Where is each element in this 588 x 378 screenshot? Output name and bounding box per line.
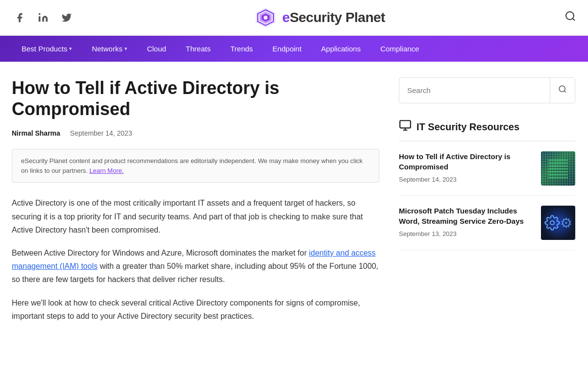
sidebar-section-title: IT Security Resources	[416, 121, 519, 133]
main-content: How to Tell if Active Directory is Compr…	[0, 62, 588, 348]
resource-thumbnail	[541, 151, 575, 186]
paragraph-1: Active Directory is one of the most crit…	[12, 196, 379, 236]
sidebar: IT Security Resources How to Tell if Act…	[399, 62, 575, 348]
logo-text: eSecurity Planet	[282, 10, 385, 25]
sidebar-section-header: IT Security Resources	[399, 119, 575, 142]
nav-item-applications[interactable]: Applications	[311, 36, 370, 62]
thumbnail-image	[541, 206, 575, 240]
resource-title[interactable]: Microsoft Patch Tuesday Includes Word, S…	[399, 206, 534, 226]
article-meta: Nirmal Sharma September 14, 2023	[12, 129, 379, 137]
main-nav: Best Products ▾ Networks ▾ Cloud Threats…	[0, 36, 588, 62]
thumbnail-pattern	[541, 151, 575, 186]
facebook-icon[interactable]	[12, 10, 27, 25]
article-title: How to Tell if Active Directory is Compr…	[12, 77, 379, 119]
disclaimer-link[interactable]: Learn More.	[89, 167, 123, 174]
nav-item-endpoint[interactable]: Endpoint	[263, 36, 311, 62]
svg-point-5	[264, 16, 268, 20]
resource-title[interactable]: How to Tell if Active Directory is Compr…	[399, 151, 534, 172]
twitter-icon[interactable]	[59, 10, 74, 25]
iam-link[interactable]: identity and access management (IAM) too…	[12, 249, 376, 270]
resource-thumbnail	[541, 206, 575, 240]
nav-item-compliance[interactable]: Compliance	[370, 36, 429, 62]
resource-date: September 13, 2023	[399, 230, 534, 237]
article-author: Nirmal Sharma	[12, 129, 60, 137]
linkedin-icon[interactable]	[35, 10, 51, 25]
chevron-down-icon: ▾	[69, 46, 72, 52]
resource-item: How to Tell if Active Directory is Compr…	[399, 151, 575, 196]
disclaimer-box: eSecurity Planet content and product rec…	[12, 149, 379, 183]
nav-item-threats[interactable]: Threats	[176, 36, 220, 62]
svg-point-9	[550, 221, 554, 225]
resource-content: How to Tell if Active Directory is Compr…	[399, 151, 534, 186]
paragraph-3: Here we'll look at how to check several …	[12, 296, 379, 323]
resource-date: September 14, 2023	[399, 176, 534, 183]
nav-item-best-products[interactable]: Best Products ▾	[12, 36, 82, 62]
search-button[interactable]	[550, 78, 575, 103]
svg-point-0	[39, 13, 41, 15]
monitor-icon	[399, 119, 412, 135]
article-body: Active Directory is one of the most crit…	[12, 196, 379, 323]
site-header: eSecurity Planet	[0, 0, 588, 36]
search-icon[interactable]	[564, 10, 576, 25]
article: How to Tell if Active Directory is Compr…	[12, 62, 379, 348]
site-logo[interactable]: eSecurity Planet	[254, 6, 385, 29]
svg-point-6	[566, 12, 574, 20]
nav-item-networks[interactable]: Networks ▾	[82, 36, 137, 62]
svg-point-7	[559, 86, 565, 92]
search-box	[399, 77, 575, 103]
chevron-down-icon: ▾	[124, 46, 127, 52]
resource-item: Microsoft Patch Tuesday Includes Word, S…	[399, 206, 575, 250]
gear-icon	[544, 215, 560, 231]
paragraph-2: Between Active Directory for Windows and…	[12, 246, 379, 286]
resource-content: Microsoft Patch Tuesday Includes Word, S…	[399, 206, 534, 240]
article-date: September 14, 2023	[70, 129, 132, 137]
thumbnail-image	[541, 151, 575, 186]
social-links	[12, 10, 74, 25]
nav-item-trends[interactable]: Trends	[220, 36, 263, 62]
disclaimer-text: eSecurity Planet content and product rec…	[21, 157, 363, 174]
search-input[interactable]	[399, 79, 550, 101]
nav-item-cloud[interactable]: Cloud	[137, 36, 176, 62]
svg-rect-8	[400, 120, 411, 128]
